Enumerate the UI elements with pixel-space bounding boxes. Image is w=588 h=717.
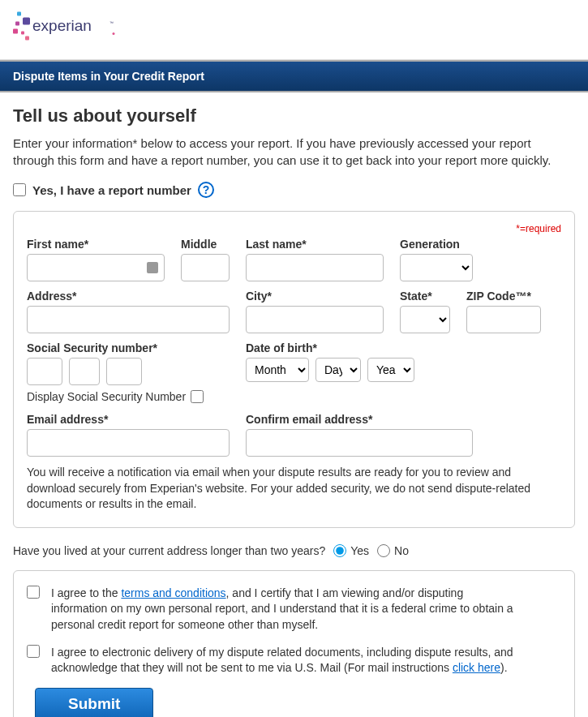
ssn-input-3[interactable] xyxy=(106,358,142,385)
terms-link[interactable]: terms and conditions xyxy=(121,586,225,599)
email-label: Email address* xyxy=(27,413,230,426)
address-label: Address* xyxy=(27,290,230,303)
svg-rect-5 xyxy=(25,36,29,41)
first-name-label: First name* xyxy=(27,238,165,251)
generation-select[interactable] xyxy=(400,254,473,281)
page-header-bar: Dispute Items in Your Credit Report xyxy=(0,60,588,92)
terms-checkbox[interactable] xyxy=(27,586,40,599)
required-note: *=required xyxy=(27,223,561,234)
svg-rect-2 xyxy=(15,22,19,26)
address-input[interactable] xyxy=(27,306,230,333)
middle-input[interactable] xyxy=(181,254,230,281)
dob-label: Date of birth* xyxy=(246,341,414,354)
mail-instructions-link[interactable]: click here xyxy=(453,661,500,674)
address-duration-question: Have you lived at your current address l… xyxy=(13,544,325,557)
intro-text: Enter your information* below to access … xyxy=(13,135,575,169)
submit-button[interactable]: Submit xyxy=(35,688,153,717)
confirm-email-input[interactable] xyxy=(246,429,473,457)
svg-rect-4 xyxy=(21,32,24,35)
email-input[interactable] xyxy=(27,429,230,457)
generation-label: Generation xyxy=(400,238,473,251)
middle-label: Middle xyxy=(181,238,230,251)
ssn-display-checkbox[interactable] xyxy=(191,390,204,403)
svg-text:experian: experian xyxy=(32,17,92,34)
dob-month-select[interactable]: Month xyxy=(246,358,309,382)
personal-info-form: *=required First name* Middle Last name*… xyxy=(13,211,575,528)
ssn-input-2[interactable] xyxy=(69,358,100,385)
address-no-label: No xyxy=(394,544,409,557)
confirm-email-label: Confirm email address* xyxy=(246,413,473,426)
agreements-box: I agree to the terms and conditions, and… xyxy=(13,570,575,717)
state-select[interactable] xyxy=(400,306,450,333)
help-icon[interactable]: ? xyxy=(198,182,214,198)
state-label: State* xyxy=(400,290,450,303)
electronic-text: I agree to electronic delivery of my dis… xyxy=(51,645,521,676)
last-name-label: Last name* xyxy=(246,238,384,251)
svg-rect-3 xyxy=(13,29,18,34)
address-yes-label: Yes xyxy=(350,544,369,557)
city-input[interactable] xyxy=(246,306,384,333)
header-title: Dispute Items in Your Credit Report xyxy=(13,70,204,83)
have-report-number-checkbox[interactable] xyxy=(13,183,26,196)
zip-input[interactable] xyxy=(466,306,541,333)
experian-logo-icon: experian ™ xyxy=(13,6,127,47)
ssn-label: Social Security number* xyxy=(27,341,230,354)
dob-year-select[interactable]: Year xyxy=(367,358,414,382)
svg-rect-0 xyxy=(17,12,21,16)
address-no-radio[interactable] xyxy=(377,544,390,557)
address-yes-radio[interactable] xyxy=(333,544,346,557)
svg-text:™: ™ xyxy=(109,20,114,25)
last-name-input[interactable] xyxy=(246,254,384,281)
ssn-input-1[interactable] xyxy=(27,358,62,385)
dob-day-select[interactable]: Day xyxy=(315,358,361,382)
electronic-delivery-checkbox[interactable] xyxy=(27,645,40,658)
email-note: You will receive a notification via emai… xyxy=(27,465,561,513)
brand-logo: experian ™ xyxy=(0,0,588,59)
have-report-number-label: Yes, I have a report number xyxy=(32,183,191,197)
zip-label: ZIP Code™* xyxy=(466,290,541,303)
first-name-input[interactable] xyxy=(27,254,165,281)
svg-point-8 xyxy=(113,32,115,35)
page-title: Tell us about yourself xyxy=(13,105,575,127)
ssn-display-label: Display Social Security Number xyxy=(27,390,186,403)
terms-text: I agree to the terms and conditions, and… xyxy=(51,586,521,633)
city-label: City* xyxy=(246,290,384,303)
svg-rect-1 xyxy=(23,18,30,25)
